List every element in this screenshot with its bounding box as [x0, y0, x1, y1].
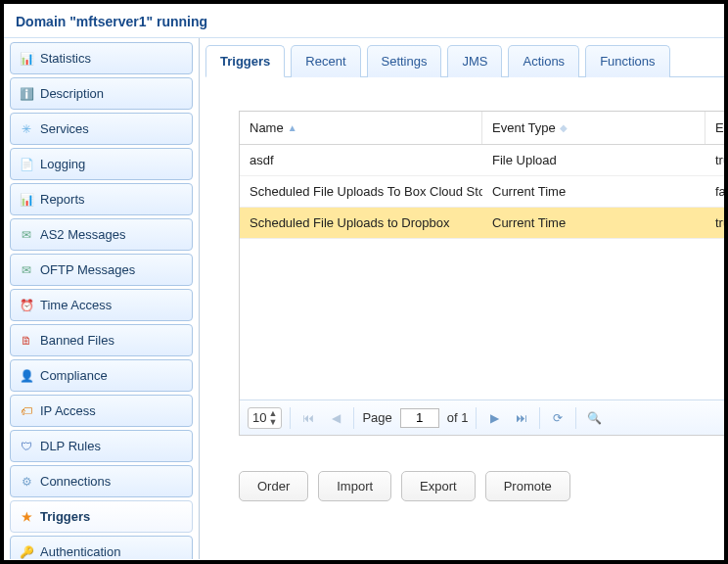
authentication-icon: 🔑	[19, 544, 34, 560]
sidebar-item-label: Authentication	[40, 544, 120, 559]
description-icon: ℹ️	[19, 86, 34, 102]
sidebar-item-services[interactable]: ✳Services	[10, 113, 193, 145]
page-input[interactable]	[400, 408, 439, 428]
sidebar-item-label: Triggers	[40, 509, 90, 524]
tab-strip: TriggersRecentSettingsJMSActionsFunction…	[205, 44, 724, 77]
sidebar-item-triggers[interactable]: ★Triggers	[10, 500, 193, 533]
page-size-value: 10	[252, 410, 266, 425]
sidebar-item-statistics[interactable]: 📊Statistics	[10, 42, 193, 74]
banned-files-icon: 🗎	[19, 333, 34, 349]
cell-enabled: false	[705, 184, 724, 199]
compliance-icon: 👤	[19, 368, 34, 384]
table-header: Name ▲ Event Type ◆ E	[240, 112, 724, 145]
import-button[interactable]: Import	[318, 471, 391, 501]
pager: 10 ▲▼ ⏮ ◀ Page of 1 ▶	[240, 400, 724, 435]
sidebar-item-label: IP Access	[40, 403, 96, 418]
sidebar-item-label: Reports	[40, 192, 85, 207]
sidebar-item-label: OFTP Messages	[40, 262, 135, 277]
column-header-enabled[interactable]: E	[705, 112, 724, 144]
cell-enabled: true	[705, 215, 724, 230]
next-page-icon[interactable]: ▶	[484, 408, 504, 428]
sidebar-item-description[interactable]: ℹ️Description	[10, 77, 193, 110]
sidebar-item-label: Banned Files	[40, 333, 114, 348]
page-title: Domain "mftserver1" running	[4, 4, 724, 38]
sidebar-item-banned-files[interactable]: 🗎Banned Files	[10, 324, 193, 356]
oftp-messages-icon: ✉	[19, 262, 34, 278]
services-icon: ✳	[19, 121, 34, 137]
cell-name: Scheduled File Uploads to Dropbox	[240, 215, 482, 230]
reports-icon: 📊	[19, 192, 34, 208]
column-header-name[interactable]: Name ▲	[240, 112, 482, 144]
column-header-event-type-label: Event Type	[492, 120, 556, 135]
promote-button[interactable]: Promote	[485, 471, 570, 501]
ip-access-icon: 🏷	[19, 403, 34, 419]
tab-recent[interactable]: Recent	[291, 45, 360, 77]
sidebar-item-label: AS2 Messages	[40, 227, 125, 242]
triggers-icon: ★	[19, 509, 34, 525]
cell-event-type: Current Time	[482, 215, 705, 230]
cell-name: Scheduled File Uploads To Box Cloud Stor…	[240, 184, 482, 199]
page-size-select[interactable]: 10 ▲▼	[248, 407, 282, 429]
as2-messages-icon: ✉	[19, 227, 34, 243]
tab-functions[interactable]: Functions	[585, 45, 669, 77]
table-row[interactable]: Scheduled File Uploads to DropboxCurrent…	[240, 208, 724, 239]
sidebar-item-label: Connections	[40, 474, 111, 489]
connections-icon: ⚙	[19, 474, 34, 490]
sidebar-item-label: Description	[40, 86, 104, 101]
prev-page-icon[interactable]: ◀	[326, 408, 345, 428]
sidebar-item-label: Time Access	[40, 298, 112, 312]
triggers-table: Name ▲ Event Type ◆ E asdfFile Uploadtru…	[239, 111, 724, 436]
sidebar-item-label: Statistics	[40, 51, 91, 66]
cell-name: asdf	[240, 153, 482, 167]
export-button[interactable]: Export	[401, 471, 476, 501]
cell-event-type: File Upload	[482, 153, 705, 167]
statistics-icon: 📊	[19, 51, 34, 67]
tab-triggers[interactable]: Triggers	[205, 45, 285, 77]
column-header-enabled-label: E	[715, 120, 724, 135]
sidebar-item-label: Services	[40, 121, 89, 136]
cell-enabled: true	[705, 153, 724, 167]
sort-asc-icon: ▲	[288, 122, 297, 133]
sidebar-item-label: Logging	[40, 157, 85, 171]
sidebar-item-connections[interactable]: ⚙Connections	[10, 465, 193, 497]
sidebar-item-label: DLP Rules	[40, 439, 101, 453]
cell-event-type: Current Time	[482, 184, 705, 199]
sidebar-item-dlp-rules[interactable]: 🛡DLP Rules	[10, 430, 193, 462]
tab-settings[interactable]: Settings	[367, 45, 442, 77]
tab-actions[interactable]: Actions	[508, 45, 579, 77]
table-row[interactable]: asdfFile Uploadtrue	[240, 145, 724, 176]
sidebar-item-reports[interactable]: 📊Reports	[10, 183, 193, 215]
first-page-icon[interactable]: ⏮	[298, 408, 318, 428]
search-icon[interactable]: 🔍	[584, 408, 604, 428]
sidebar-item-authentication[interactable]: 🔑Authentication	[10, 536, 193, 559]
sidebar-item-compliance[interactable]: 👤Compliance	[10, 359, 193, 392]
sidebar-item-label: Compliance	[40, 368, 108, 383]
column-header-event-type[interactable]: Event Type ◆	[482, 112, 705, 144]
order-button[interactable]: Order	[239, 471, 308, 501]
sidebar-item-logging[interactable]: 📄Logging	[10, 148, 193, 180]
table-body: asdfFile UploadtrueScheduled File Upload…	[240, 145, 724, 400]
sidebar-item-ip-access[interactable]: 🏷IP Access	[10, 395, 193, 427]
table-row[interactable]: Scheduled File Uploads To Box Cloud Stor…	[240, 176, 724, 208]
sidebar: 📊Statisticsℹ️Description✳Services📄Loggin…	[4, 38, 200, 559]
sort-neutral-icon: ◆	[560, 122, 568, 133]
time-access-icon: ⏰	[19, 298, 34, 313]
column-header-name-label: Name	[250, 120, 284, 135]
refresh-icon[interactable]: ⟳	[548, 408, 568, 428]
logging-icon: 📄	[19, 157, 34, 172]
last-page-icon[interactable]: ⏭	[512, 408, 531, 428]
tab-jms[interactable]: JMS	[447, 45, 502, 77]
sidebar-item-oftp-messages[interactable]: ✉OFTP Messages	[10, 254, 193, 286]
sidebar-item-time-access[interactable]: ⏰Time Access	[10, 289, 193, 321]
page-of-label: of 1	[447, 410, 469, 425]
dlp-rules-icon: 🛡	[19, 439, 34, 454]
sidebar-item-as2-messages[interactable]: ✉AS2 Messages	[10, 218, 193, 251]
page-label: Page	[362, 410, 391, 425]
action-buttons: Order Import Export Promote	[239, 471, 724, 501]
